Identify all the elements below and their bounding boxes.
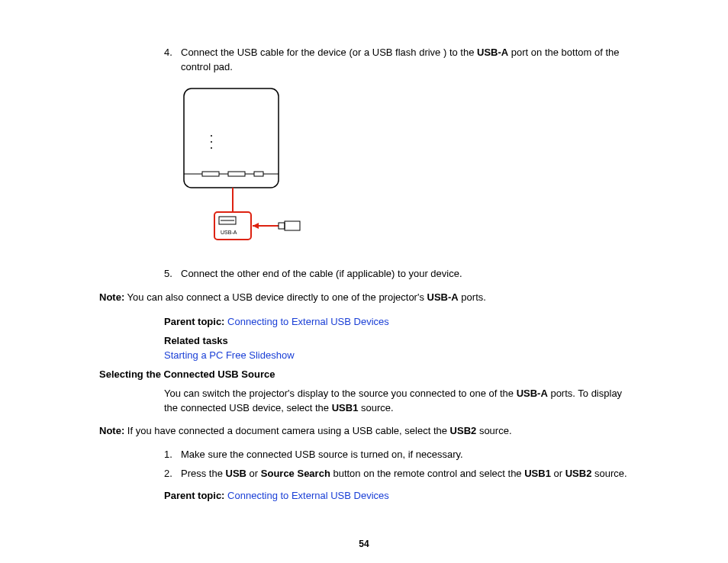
step-4-number: 4. (164, 46, 181, 75)
control-pad-diagram: USB-A (181, 85, 318, 253)
usb-a-port-label: USB-A (221, 229, 237, 236)
related-tasks-label: Related tasks (164, 334, 636, 349)
substep-1: 1. Make sure the connected USB source is… (164, 448, 636, 462)
svg-point-4 (211, 147, 212, 149)
substep-2: 2. Press the USB or Source Search button… (164, 467, 636, 481)
svg-rect-6 (228, 172, 245, 176)
svg-rect-15 (285, 221, 300, 230)
section-heading-selecting-usb: Selecting the Connected USB Source (99, 368, 636, 382)
parent-topic-link-1[interactable]: Connecting to External USB Devices (227, 316, 389, 327)
note-2: Note: If you have connected a document c… (99, 424, 636, 439)
section-intro: You can switch the projector's display t… (164, 387, 636, 416)
svg-point-3 (211, 141, 212, 143)
page-number: 54 (0, 538, 728, 551)
note-1: Note: You can also connect a USB device … (99, 291, 636, 305)
related-task-link[interactable]: Starting a PC Free Slideshow (164, 349, 295, 361)
svg-point-2 (211, 135, 212, 137)
parent-topic-1: Parent topic: Connecting to External USB… (164, 315, 636, 330)
step-5: 5. Connect the other end of the cable (i… (164, 267, 636, 282)
step-5-text: Connect the other end of the cable (if a… (181, 267, 636, 282)
step-5-number: 5. (164, 267, 181, 282)
step-4: 4. Connect the USB cable for the device … (164, 46, 636, 75)
svg-rect-5 (202, 172, 219, 176)
parent-topic-link-2[interactable]: Connecting to External USB Devices (227, 490, 389, 501)
svg-rect-14 (279, 223, 285, 229)
parent-topic-2: Parent topic: Connecting to External USB… (164, 489, 636, 503)
step-4-text: Connect the USB cable for the device (or… (181, 46, 636, 75)
svg-marker-13 (253, 223, 259, 229)
svg-rect-7 (254, 172, 263, 176)
